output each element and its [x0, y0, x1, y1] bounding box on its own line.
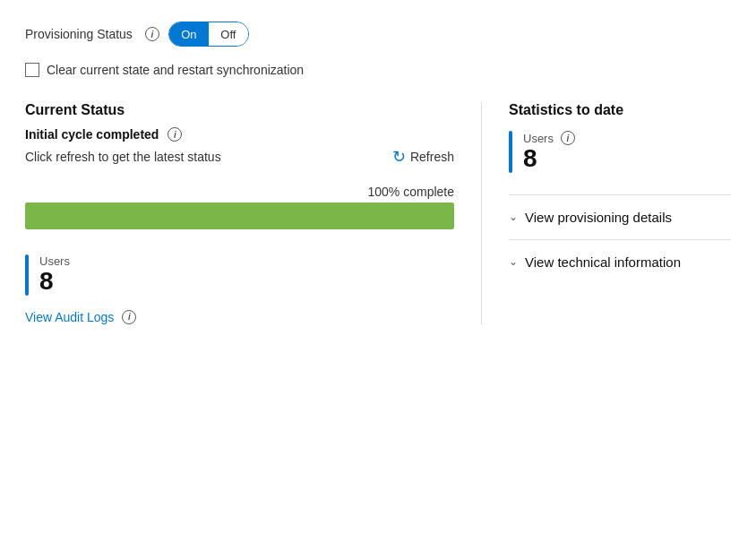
cycle-info-icon[interactable]: i	[168, 127, 182, 142]
checkbox-row[interactable]: Clear current state and restart synchron…	[25, 63, 731, 77]
left-panel: Current Status Initial cycle completed i…	[25, 102, 482, 324]
refresh-label: Refresh	[410, 150, 454, 164]
provisioning-info-icon[interactable]: i	[145, 27, 159, 41]
bottom-users-section: Users 8 View Audit Logs i	[25, 254, 454, 324]
toggle-on-option[interactable]: On	[169, 22, 209, 46]
right-panel: Statistics to date Users i 8 ⌄ View prov…	[482, 102, 731, 284]
view-provisioning-details-label: View provisioning details	[525, 210, 672, 225]
divider-1	[509, 194, 731, 195]
audit-info-icon[interactable]: i	[122, 310, 136, 324]
refresh-row: Click refresh to get the latest status ↻…	[25, 147, 454, 167]
progress-label: 100% complete	[25, 185, 454, 199]
audit-link-label: View Audit Logs	[25, 310, 114, 324]
users-stat-label: Users	[39, 254, 70, 268]
technical-info-chevron-icon: ⌄	[509, 255, 518, 268]
stats-users-info-icon[interactable]: i	[561, 131, 575, 145]
toggle-off-option[interactable]: Off	[209, 22, 248, 46]
view-audit-logs-link[interactable]: View Audit Logs i	[25, 310, 454, 324]
divider-2	[509, 239, 731, 240]
stats-users-content: Users i 8	[523, 131, 575, 173]
cycle-label: Initial cycle completed	[25, 127, 159, 142]
provisioning-status-row: Provisioning Status i On Off	[25, 22, 731, 47]
users-stat-content: Users 8	[39, 254, 70, 296]
statistics-title: Statistics to date	[509, 102, 731, 118]
refresh-button[interactable]: ↻ Refresh	[392, 147, 454, 167]
view-provisioning-details-row[interactable]: ⌄ View provisioning details	[509, 210, 731, 225]
users-stat-bar	[25, 254, 29, 296]
progress-bar-fill	[25, 202, 454, 229]
users-stat-block: Users 8	[25, 254, 454, 296]
view-technical-information-row[interactable]: ⌄ View technical information	[509, 254, 731, 270]
refresh-hint: Click refresh to get the latest status	[25, 150, 221, 164]
current-status-title: Current Status	[25, 102, 454, 118]
progress-bar-container	[25, 202, 454, 229]
stats-users-block: Users i 8	[509, 131, 731, 173]
provisioning-status-label: Provisioning Status	[25, 27, 133, 41]
provisioning-details-chevron-icon: ⌄	[509, 211, 518, 223]
stats-users-bar	[509, 131, 512, 173]
stats-users-number: 8	[523, 145, 575, 173]
main-layout: Current Status Initial cycle completed i…	[25, 102, 731, 324]
clear-state-label: Clear current state and restart synchron…	[47, 63, 304, 77]
cycle-row: Initial cycle completed i	[25, 127, 454, 142]
view-technical-information-label: View technical information	[525, 254, 681, 270]
provisioning-toggle[interactable]: On Off	[168, 22, 249, 47]
clear-state-checkbox[interactable]	[25, 63, 39, 77]
users-stat-number: 8	[39, 268, 70, 296]
refresh-icon: ↻	[392, 147, 406, 167]
stats-users-label: Users i	[523, 131, 575, 145]
